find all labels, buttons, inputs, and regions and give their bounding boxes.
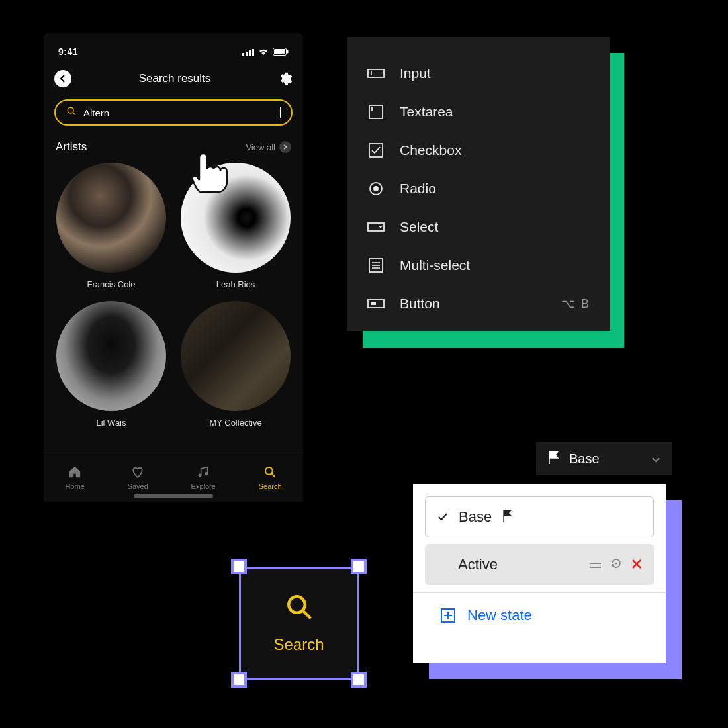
artist-name: Lil Wais: [96, 418, 126, 428]
form-item-select[interactable]: Select: [367, 208, 590, 246]
form-item-label: Select: [400, 219, 590, 235]
tab-label: Home: [65, 482, 84, 490]
svg-line-8: [272, 473, 275, 477]
radio-icon: [367, 181, 385, 196]
search-icon: [263, 465, 277, 478]
signal-icon: [242, 48, 254, 56]
search-field[interactable]: [54, 99, 293, 126]
multiselect-icon: [367, 258, 385, 273]
state-row-active[interactable]: Active: [425, 544, 654, 585]
artist-card[interactable]: Leah Rios: [180, 163, 291, 289]
check-icon: [437, 508, 448, 525]
button-icon: [367, 296, 385, 311]
section-title: Artists: [56, 140, 87, 154]
keyboard-shortcut: ⌥ B: [561, 296, 590, 311]
page-title: Search results: [139, 72, 211, 85]
svg-point-23: [289, 596, 305, 613]
avatar: [56, 301, 166, 411]
tab-home[interactable]: Home: [65, 465, 84, 490]
selected-component-tile[interactable]: Search: [231, 559, 367, 688]
states-panel: Base Active New state: [413, 484, 666, 663]
tab-label: Explore: [191, 482, 216, 490]
tab-label: Search: [259, 482, 282, 490]
artist-name: MY Collective: [209, 418, 261, 428]
svg-line-4: [73, 113, 75, 115]
form-item-label: Button: [400, 296, 547, 312]
form-item-input[interactable]: Input: [367, 54, 590, 93]
nav-row: Search results: [53, 66, 294, 99]
resize-handle[interactable]: [351, 672, 367, 688]
state-selector-dropdown[interactable]: Base: [536, 442, 672, 475]
svg-rect-11: [369, 105, 383, 118]
search-input[interactable]: [83, 107, 273, 118]
wifi-icon: [258, 48, 269, 56]
checkbox-icon: [367, 143, 385, 158]
section-header: Artists View all: [53, 126, 294, 163]
resize-handle[interactable]: [231, 559, 247, 574]
svg-point-15: [373, 186, 379, 191]
svg-rect-1: [274, 49, 285, 54]
chevron-down-icon: [651, 451, 660, 467]
settings-button[interactable]: [278, 71, 293, 86]
drag-handle-icon[interactable]: [590, 556, 601, 573]
reset-icon[interactable]: [610, 556, 622, 573]
svg-line-24: [303, 611, 310, 618]
view-all-link[interactable]: View all: [246, 141, 291, 153]
svg-point-27: [615, 563, 617, 565]
home-icon: [68, 465, 82, 478]
music-icon: [197, 465, 210, 478]
textarea-icon: [367, 105, 385, 119]
form-item-button[interactable]: Button ⌥ B: [367, 285, 590, 323]
svg-rect-22: [371, 302, 376, 305]
text-cursor: [280, 107, 281, 118]
search-icon: [285, 593, 313, 621]
clock: 9:41: [58, 46, 78, 57]
plus-icon: [441, 608, 455, 623]
resize-handle[interactable]: [351, 559, 367, 574]
phone-mockup: 9:41 Search results Artists: [44, 33, 303, 502]
artist-grid: Francis Cole Leah Rios Lil Wais MY Colle…: [53, 163, 294, 428]
form-item-label: Input: [400, 66, 590, 81]
back-button[interactable]: [54, 70, 71, 87]
delete-icon[interactable]: [631, 556, 642, 573]
svg-rect-13: [369, 144, 383, 157]
form-item-textarea[interactable]: Textarea: [367, 93, 590, 131]
tab-search[interactable]: Search: [259, 465, 282, 490]
avatar: [56, 163, 166, 273]
artist-card[interactable]: Lil Wais: [56, 301, 167, 428]
form-item-label: Textarea: [400, 104, 590, 120]
tile-body: Search: [239, 567, 359, 680]
battery-icon: [273, 48, 289, 56]
svg-rect-9: [368, 69, 384, 77]
state-label: Base: [459, 508, 492, 525]
form-item-label: Checkbox: [400, 142, 590, 158]
svg-rect-2: [287, 50, 289, 54]
artist-name: Leah Rios: [216, 279, 255, 289]
tile-label: Search: [273, 635, 324, 654]
chevron-right-icon: [279, 141, 291, 153]
svg-point-7: [265, 467, 273, 474]
input-icon: [367, 66, 385, 81]
new-state-button[interactable]: New state: [413, 593, 666, 638]
form-item-radio[interactable]: Radio: [367, 169, 590, 208]
select-icon: [367, 220, 385, 234]
svg-point-3: [68, 107, 73, 113]
dropdown-label: Base: [569, 451, 600, 467]
search-icon: [66, 106, 77, 119]
artist-name: Francis Cole: [87, 279, 136, 289]
status-icons: [242, 48, 289, 56]
form-item-label: Multi-select: [400, 257, 590, 273]
artist-card[interactable]: MY Collective: [180, 301, 291, 428]
state-row-base[interactable]: Base: [425, 496, 654, 537]
tab-explore[interactable]: Explore: [191, 465, 216, 490]
artist-card[interactable]: Francis Cole: [56, 163, 167, 289]
form-item-checkbox[interactable]: Checkbox: [367, 131, 590, 169]
avatar: [181, 301, 291, 411]
form-elements-panel: Input Textarea Checkbox Radio Select Mul…: [347, 37, 610, 331]
state-label: Active: [458, 556, 498, 573]
form-item-multiselect[interactable]: Multi-select: [367, 246, 590, 285]
heart-icon: [130, 465, 145, 478]
resize-handle[interactable]: [231, 672, 247, 688]
flag-icon: [502, 508, 513, 525]
tab-saved[interactable]: Saved: [128, 465, 148, 490]
